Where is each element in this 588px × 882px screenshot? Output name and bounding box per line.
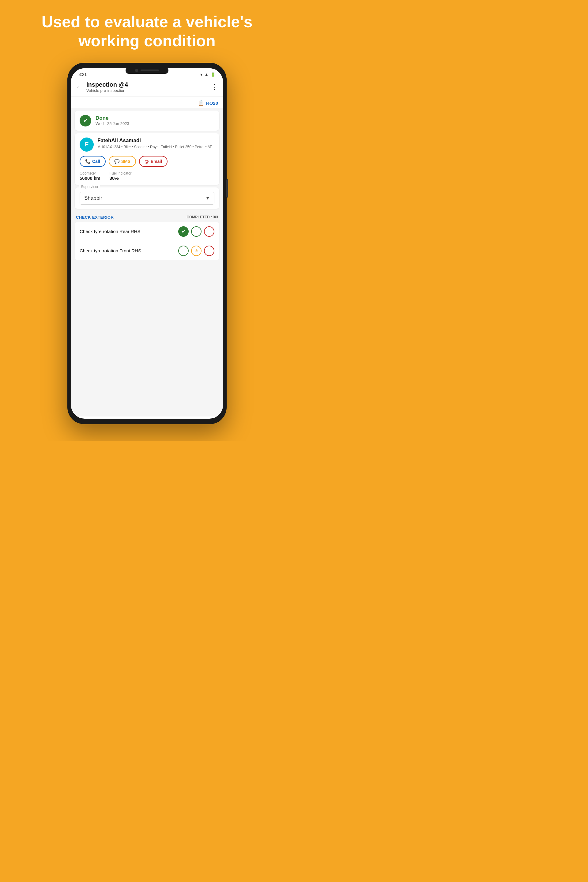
email-label: Email bbox=[151, 159, 162, 164]
checklist-item-label: Check tyre rotation Rear RHS bbox=[80, 228, 178, 235]
signal-icon: ▲ bbox=[204, 72, 208, 77]
fuel-group: Fuel indicator 30% bbox=[110, 171, 132, 181]
phone-notch bbox=[126, 67, 168, 74]
email-button[interactable]: @ Email bbox=[139, 156, 168, 167]
section-header: CHECK EXTERIOR COMPLETED : 3/3 bbox=[71, 212, 223, 222]
supervisor-name: Shabbir bbox=[84, 195, 102, 201]
odometer-label: Odometer bbox=[80, 171, 100, 176]
supervisor-label: Supervisor bbox=[79, 184, 100, 189]
check-fail-button[interactable] bbox=[204, 226, 214, 237]
page-subtitle: Vehicle pre-inspection bbox=[86, 88, 211, 93]
phone-icon: 📞 bbox=[85, 159, 90, 164]
customer-avatar: F bbox=[80, 138, 94, 152]
customer-name: FatehAli Asamadi bbox=[98, 138, 214, 144]
wifi-icon: ▾ bbox=[200, 72, 202, 77]
battery-icon: 🔋 bbox=[210, 72, 216, 77]
supervisor-dropdown[interactable]: Shabbir ▼ bbox=[80, 192, 214, 205]
customer-card: F FatehAli Asamadi MH01AX1234 • Bike • S… bbox=[75, 133, 219, 185]
customer-details: MH01AX1234 • Bike • Scooter • Royal Enfi… bbox=[98, 144, 214, 150]
page-title: Inspection @4 bbox=[86, 81, 211, 88]
status-time: 3:21 bbox=[78, 72, 87, 77]
page-headline: Used to evaluate a vehicle's working con… bbox=[0, 12, 294, 51]
phone-frame: 3:21 ▾ ▲ 🔋 ← Inspection @4 Vehicle pre-i… bbox=[68, 63, 226, 424]
odometer-value: 56000 km bbox=[80, 176, 100, 181]
sms-label: SMS bbox=[121, 159, 130, 164]
call-label: Call bbox=[92, 159, 100, 164]
phone-mockup: 3:21 ▾ ▲ 🔋 ← Inspection @4 Vehicle pre-i… bbox=[68, 63, 226, 430]
done-date: Wed - 25 Jan 2023 bbox=[96, 121, 129, 126]
check-warning-button[interactable] bbox=[191, 226, 201, 237]
done-status: Done bbox=[96, 115, 129, 121]
action-buttons: 📞 Call 💬 SMS @ Email bbox=[80, 156, 214, 167]
supervisor-card: Supervisor Shabbir ▼ bbox=[75, 188, 219, 209]
fuel-value: 30% bbox=[110, 176, 132, 181]
ro-badge: 📋 RO20 bbox=[198, 100, 218, 106]
odometer-row: Odometer 56000 km Fuel indicator 30% bbox=[80, 171, 214, 181]
side-button bbox=[226, 179, 228, 198]
sms-icon: 💬 bbox=[114, 159, 119, 164]
email-icon: @ bbox=[144, 159, 149, 164]
call-button[interactable]: 📞 Call bbox=[80, 156, 106, 167]
check-ok-button[interactable]: ✔ bbox=[178, 226, 189, 237]
ro-badge-row: 📋 RO20 bbox=[71, 97, 223, 108]
check-ok-button[interactable] bbox=[178, 246, 189, 256]
status-icons: ▾ ▲ 🔋 bbox=[200, 72, 216, 77]
camera-dot bbox=[135, 69, 138, 72]
check-warning-button[interactable]: ⚠ bbox=[191, 246, 201, 256]
done-row: ✔ Done Wed - 25 Jan 2023 bbox=[80, 115, 214, 126]
section-title: CHECK EXTERIOR bbox=[76, 215, 114, 220]
checklist-group: Check tyre rotation Rear RHS ✔ Check tyr… bbox=[71, 222, 223, 260]
speaker-bar bbox=[141, 69, 159, 71]
customer-row: F FatehAli Asamadi MH01AX1234 • Bike • S… bbox=[80, 138, 214, 152]
more-options-button[interactable]: ⋮ bbox=[211, 83, 218, 91]
check-options: ✔ bbox=[178, 226, 214, 237]
document-icon: 📋 bbox=[198, 100, 204, 106]
sms-button[interactable]: 💬 SMS bbox=[109, 156, 136, 167]
app-header: ← Inspection @4 Vehicle pre-inspection ⋮ bbox=[71, 79, 223, 97]
scroll-content: 📋 RO20 ✔ Done Wed - 25 Jan 2023 bbox=[71, 97, 223, 417]
checklist-item: Check tyre rotation Front RHS ⚠ bbox=[75, 242, 219, 260]
odometer-group: Odometer 56000 km bbox=[80, 171, 100, 181]
ro-number: RO20 bbox=[206, 100, 218, 106]
status-card: ✔ Done Wed - 25 Jan 2023 bbox=[75, 111, 219, 131]
header-title-group: Inspection @4 Vehicle pre-inspection bbox=[86, 81, 211, 93]
done-info: Done Wed - 25 Jan 2023 bbox=[96, 115, 129, 126]
warning-icon: ⚠ bbox=[195, 248, 198, 254]
customer-info: FatehAli Asamadi MH01AX1234 • Bike • Sco… bbox=[98, 138, 214, 150]
check-fail-button[interactable] bbox=[204, 246, 214, 256]
section-completed: COMPLETED : 3/3 bbox=[186, 215, 218, 219]
back-button[interactable]: ← bbox=[76, 83, 82, 91]
done-icon: ✔ bbox=[80, 115, 91, 126]
fuel-label: Fuel indicator bbox=[110, 171, 132, 176]
phone-screen: 3:21 ▾ ▲ 🔋 ← Inspection @4 Vehicle pre-i… bbox=[71, 68, 223, 418]
checklist-item-label: Check tyre rotation Front RHS bbox=[80, 248, 178, 254]
dropdown-arrow-icon: ▼ bbox=[206, 196, 210, 201]
checklist-item: Check tyre rotation Rear RHS ✔ bbox=[75, 222, 219, 242]
check-options: ⚠ bbox=[178, 246, 214, 256]
